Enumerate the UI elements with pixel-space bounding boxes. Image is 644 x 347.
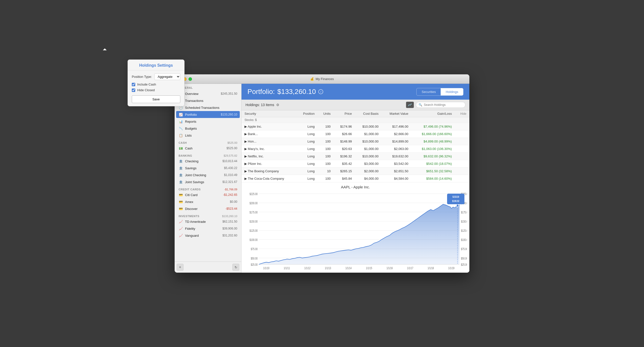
svg-text:$100.00: $100.00 bbox=[461, 238, 467, 242]
sidebar-item-joint-checking[interactable]: 🏦 Joint Checking $1,010.49 bbox=[174, 172, 241, 178]
sidebar-item-scheduled[interactable]: 🕐 Scheduled Transactions bbox=[174, 104, 241, 111]
sidebar-item-amex[interactable]: 💳 Amex $0.00 bbox=[174, 198, 241, 205]
svg-point-38 bbox=[456, 204, 458, 207]
cell-security: ▶ The Coca-Cola Company bbox=[242, 175, 296, 182]
sidebar-item-vanguard[interactable]: 📈 Vanguard $31,202.60 bbox=[174, 232, 241, 239]
sidebar-item-fidelity[interactable]: 📈 Fidelity $39,906.00 bbox=[174, 225, 241, 232]
cell-position: Long bbox=[296, 130, 318, 138]
sidebar-label-td: TD Ameritrade bbox=[185, 220, 220, 224]
chart-toggle-button[interactable] bbox=[406, 102, 414, 108]
table-row[interactable]: ▶ Macy's, Inc. Long 100 $20.63 $1,000.00… bbox=[242, 145, 470, 153]
section-cash: Cash bbox=[178, 141, 187, 144]
sidebar-label-overview: Overview bbox=[185, 92, 219, 96]
table-subheader: Stocks: $ bbox=[242, 117, 470, 123]
titlebar: 💰 My Finances bbox=[174, 74, 470, 84]
sidebar: General 🥧 Overview $245,351.50 📄 Transac… bbox=[174, 84, 242, 273]
sidebar-item-discover[interactable]: 💳 Discover -$523.44 bbox=[174, 205, 241, 212]
cell-security: ▶ The Boeing Company bbox=[242, 168, 296, 175]
table-row[interactable]: ▶ The Boeing Company Long 10 $265.15 $2,… bbox=[242, 168, 470, 175]
cell-cost-basis: $4,000.00 bbox=[355, 175, 382, 182]
cell-price: $174.96 bbox=[334, 123, 355, 130]
sidebar-label-reports: Reports bbox=[185, 120, 237, 123]
tab-securities[interactable]: Securities bbox=[416, 88, 441, 95]
cell-gain-loss: $1,063.00 (106.30%) bbox=[412, 145, 455, 153]
amex-icon: 💳 bbox=[178, 200, 183, 204]
chart-area: AAPL - Apple Inc. $225.0 bbox=[242, 182, 470, 273]
holdings-table-container: Security Position Units Price Cost Basis… bbox=[242, 110, 470, 182]
search-icon: 🔍 bbox=[418, 103, 422, 107]
cell-cost-basis: $10,000.00 bbox=[355, 138, 382, 145]
add-account-button[interactable]: + bbox=[176, 264, 184, 271]
view-toggle: Securities Holdings bbox=[416, 88, 464, 96]
sidebar-item-td[interactable]: 📈 TD Ameritrade $62,151.50 bbox=[174, 218, 241, 225]
svg-text:$125.00: $125.00 bbox=[250, 229, 258, 232]
section-general: General bbox=[174, 84, 241, 90]
sidebar-item-transactions[interactable]: 📄 Transactions bbox=[174, 97, 241, 104]
chart-title: AAPL - Apple Inc. bbox=[242, 182, 470, 190]
search-holdings-field[interactable]: 🔍 bbox=[416, 102, 466, 108]
holdings-settings-popup[interactable]: Holdings Settings Position Type: Aggrega… bbox=[174, 74, 184, 106]
sidebar-item-joint-savings[interactable]: 🏦 Joint Savings $12,321.67 bbox=[174, 178, 241, 185]
window-title: 💰 My Finances bbox=[310, 77, 334, 81]
checking-icon: 🏦 bbox=[178, 159, 183, 163]
sidebar-label-discover: Discover bbox=[185, 207, 224, 211]
sidebar-item-portfolio[interactable]: 📈 Portfolio $133,260.10 bbox=[176, 111, 240, 118]
cell-position: Long bbox=[296, 168, 318, 175]
sidebar-item-savings[interactable]: 🏦 Savings $5,430.22 bbox=[174, 165, 241, 172]
cell-gain-loss: $1,666.00 (166.60%) bbox=[412, 130, 455, 138]
cell-price: $45.84 bbox=[334, 175, 355, 182]
cell-price: $196.32 bbox=[334, 153, 355, 160]
main-content: Portfolio: $133,260.10 i Securities Hold… bbox=[242, 84, 470, 273]
table-row[interactable]: ▶ Apple Inc. Long 100 $174.96 $10,000.00… bbox=[242, 123, 470, 130]
sidebar-item-cash[interactable]: 💵 Cash $525.00 bbox=[174, 145, 241, 152]
position-type-select[interactable]: Aggregate Individual Lots bbox=[174, 74, 180, 80]
cell-security: ▶ Netflix, Inc. bbox=[242, 153, 296, 160]
svg-text:1/1/18: 1/1/18 bbox=[428, 266, 434, 270]
tab-holdings[interactable]: Holdings bbox=[441, 88, 463, 95]
sidebar-item-overview[interactable]: 🥧 Overview $245,351.50 bbox=[174, 90, 241, 97]
cell-price: $148.99 bbox=[334, 138, 355, 145]
svg-text:$100.00: $100.00 bbox=[250, 238, 258, 242]
table-row[interactable]: ▶ The Coca-Cola Company Long 100 $45.84 … bbox=[242, 175, 470, 182]
holdings-right-controls: 🔍 bbox=[406, 102, 466, 108]
popup-save-button[interactable]: Save bbox=[174, 95, 180, 103]
cell-position: Long bbox=[296, 145, 318, 153]
portfolio-icon: 📈 bbox=[178, 112, 183, 117]
holdings-settings-button[interactable]: ⚙ bbox=[276, 103, 280, 107]
holdings-title-label: Holdings: 13 Items bbox=[246, 103, 274, 107]
svg-text:$200.00: $200.00 bbox=[250, 201, 258, 205]
cell-hide bbox=[455, 175, 470, 182]
table-row[interactable]: ▶ Hon... Long 100 $148.99 $10,000.00 $14… bbox=[242, 138, 470, 145]
sidebar-value-joint-checking: $1,010.49 bbox=[224, 173, 237, 177]
table-row[interactable]: ▶ Pfizer Inc. Long 100 $35.42 $3,000.00 … bbox=[242, 160, 470, 168]
svg-text:$50.00: $50.00 bbox=[461, 256, 467, 260]
sidebar-item-lists[interactable]: 📋 Lists bbox=[174, 132, 241, 139]
cell-hide bbox=[455, 138, 470, 145]
search-holdings-input[interactable] bbox=[424, 103, 463, 107]
sidebar-value-savings: $5,430.22 bbox=[224, 166, 237, 170]
holdings-table-body: Stocks: $ ▶ Apple Inc. Long 100 $174.96 … bbox=[242, 117, 470, 182]
refresh-button[interactable]: ↻ bbox=[232, 264, 239, 271]
svg-text:$25.00: $25.00 bbox=[461, 263, 467, 266]
cell-hide bbox=[455, 153, 470, 160]
cell-market-value: $14,899.00 bbox=[382, 138, 411, 145]
cell-gain-loss: $584.00 (14.60%) bbox=[412, 175, 455, 182]
cell-security: ▶ Macy's, Inc. bbox=[242, 145, 296, 153]
table-row[interactable]: ▶ Bank... Long 100 $26.66 $1,000.00 $2,6… bbox=[242, 130, 470, 138]
maximize-button[interactable] bbox=[188, 77, 192, 81]
sidebar-value-citi: -$1,242.65 bbox=[223, 193, 237, 197]
sidebar-item-checking[interactable]: 🏦 Checking $10,813.44 bbox=[174, 158, 241, 165]
col-cost-basis: Cost Basis bbox=[355, 110, 382, 117]
table-row[interactable]: ▶ Netflix, Inc. Long 100 $196.32 $10,000… bbox=[242, 153, 470, 160]
svg-text:$225.00: $225.00 bbox=[250, 192, 258, 196]
cell-units: 100 bbox=[318, 130, 334, 138]
portfolio-title-group: Portfolio: $133,260.10 i bbox=[248, 88, 323, 96]
sidebar-item-citi[interactable]: 💳 Citi Card -$1,242.65 bbox=[174, 191, 241, 198]
portfolio-header: Portfolio: $133,260.10 i Securities Hold… bbox=[242, 84, 470, 100]
info-icon[interactable]: i bbox=[318, 89, 323, 94]
cash-icon: 💵 bbox=[178, 146, 183, 150]
chart-wrapper[interactable]: $225.00 $200.00 $175.00 $150.00 $125.00 … bbox=[242, 190, 470, 271]
sidebar-item-reports[interactable]: 📊 Reports bbox=[174, 118, 241, 125]
table-header-row: Security Position Units Price Cost Basis… bbox=[242, 110, 470, 117]
sidebar-item-budgets[interactable]: 📉 Budgets bbox=[174, 125, 241, 132]
